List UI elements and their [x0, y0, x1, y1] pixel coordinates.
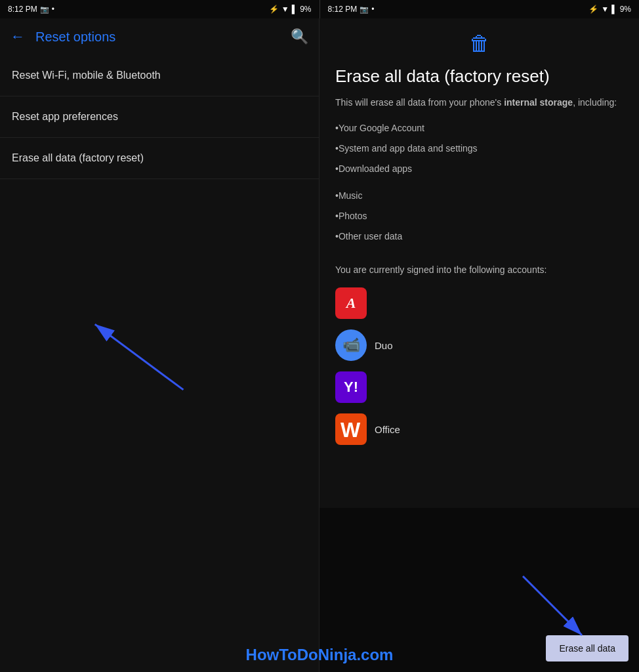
status-bar: 8:12 PM 📷 • ⚡ ▼ ▌ 9% 8:12 PM 📷 • ⚡ ▼ ▌ 9… — [0, 0, 639, 18]
header: ← Reset options 🔍 — [0, 18, 319, 55]
signal-right: ▌ — [611, 5, 617, 14]
dot-right: • — [371, 5, 374, 14]
status-bar-left: 8:12 PM 📷 • ⚡ ▼ ▌ 9% — [0, 0, 320, 18]
right-panel-wrapper: 🗑 Erase all data (factory reset) This wi… — [320, 18, 639, 672]
menu-item-factory-reset[interactable]: Erase all data (factory reset) — [0, 138, 319, 179]
svg-text:W: W — [340, 418, 361, 442]
svg-line-5 — [523, 576, 582, 635]
dot-left: • — [52, 5, 54, 14]
bullet-system-data: •System and app data and settings — [335, 142, 623, 156]
wifi-right: ▼ — [601, 5, 609, 14]
menu-list: Reset Wi-Fi, mobile & Bluetooth Reset ap… — [0, 55, 319, 672]
bullet-google-account: •Your Google Account — [335, 121, 623, 135]
right-panel: 🗑 Erase all data (factory reset) This wi… — [320, 18, 639, 508]
account-duo: 📹 Duo — [335, 329, 623, 361]
signed-in-text: You are currently signed into the follow… — [335, 263, 623, 277]
menu-item-app-prefs[interactable]: Reset app preferences — [0, 96, 319, 138]
bluetooth-right: ⚡ — [588, 5, 598, 14]
camera-indicator-right: 📷 — [360, 5, 369, 14]
erase-title: Erase all data (factory reset) — [335, 66, 623, 87]
left-panel: ← Reset options 🔍 Reset Wi-Fi, mobile & … — [0, 18, 320, 672]
back-button[interactable]: ← — [10, 28, 25, 45]
search-icon[interactable]: 🔍 — [291, 28, 308, 45]
time-right: 8:12 PM — [328, 5, 358, 14]
bluetooth-left: ⚡ — [269, 5, 279, 14]
erase-all-data-button[interactable]: Erase all data — [546, 635, 629, 662]
battery-right: 9% — [620, 5, 631, 14]
battery-left: 9% — [300, 5, 311, 14]
adobe-icon: A — [335, 287, 367, 319]
yahoo-icon: Y! — [335, 371, 367, 403]
erase-description: This will erase all data from your phone… — [335, 96, 623, 110]
bullet-other-data: •Other user data — [335, 230, 623, 243]
office-icon: W — [335, 413, 367, 445]
time-left: 8:12 PM — [8, 5, 37, 14]
trash-icon-container: 🗑 — [335, 32, 623, 56]
account-office: W Office — [335, 413, 623, 445]
bullet-downloaded-apps: •Downloaded apps — [335, 162, 623, 176]
bullet-music: •Music — [335, 189, 623, 203]
account-yahoo: Y! — [335, 371, 623, 403]
duo-icon: 📹 — [335, 329, 367, 361]
status-bar-right: 8:12 PM 📷 • ⚡ ▼ ▌ 9% — [320, 0, 640, 18]
wifi-left: ▼ — [281, 5, 289, 14]
account-adobe: A — [335, 287, 623, 319]
trash-icon: 🗑 — [469, 32, 490, 56]
main-panels: ← Reset options 🔍 Reset Wi-Fi, mobile & … — [0, 18, 639, 672]
svg-line-1 — [95, 324, 184, 390]
bullet-photos: •Photos — [335, 209, 623, 223]
menu-item-wifi[interactable]: Reset Wi-Fi, mobile & Bluetooth — [0, 55, 319, 96]
signal-left: ▌ — [292, 5, 298, 14]
page-title: Reset options — [35, 30, 291, 45]
camera-indicator-left: 📷 — [40, 5, 49, 14]
